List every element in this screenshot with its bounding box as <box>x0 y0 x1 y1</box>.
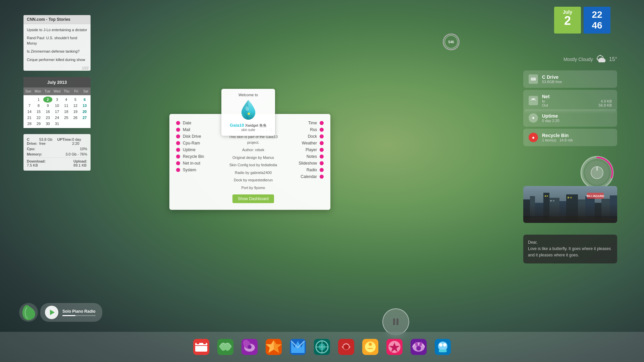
calendar-grid: 1 2 3 4 5 6 7 8 9 10 11 12 13 14 15 16 1… <box>23 95 91 128</box>
recycle-widget[interactable]: ● Recycle Bin 1 item(s) 14.8 mb <box>523 129 617 146</box>
svg-rect-11 <box>543 193 549 223</box>
gaia-menu-date[interactable]: Date <box>176 121 220 125</box>
taskbar-icon-1[interactable] <box>191 336 212 358</box>
news-header: CNN.com - Top Stories <box>23 15 91 24</box>
sysinfo-widget: C Drive: 53.8 Gb free UPTime: 0 day 2:20… <box>23 134 91 171</box>
music-player[interactable]: Solo Piano Radio <box>22 303 102 322</box>
gaia-right-notes[interactable]: Notes <box>307 154 324 159</box>
music-title: Solo Piano Radio <box>62 309 96 314</box>
gaia-right-player[interactable]: Player <box>306 147 324 152</box>
taskbar-icon-10[interactable] <box>408 336 429 358</box>
news-item-1[interactable]: Upside to J-Lo entertaining a dictator <box>25 26 89 34</box>
svg-point-58 <box>416 346 421 351</box>
gaia-menu-system[interactable]: System <box>176 168 220 172</box>
sysinfo-cpu-label: Cpu: <box>27 147 35 151</box>
sysinfo-mem-label: Memory: <box>27 152 42 156</box>
net-in-label: In <box>542 99 545 103</box>
svg-point-42 <box>248 345 252 349</box>
svg-rect-17 <box>595 203 601 223</box>
net-widget[interactable]: Net In 4.9 KB Out 56.8 KB <box>523 90 617 111</box>
date-widget[interactable]: July 2 22 46 <box>554 7 610 34</box>
welcome-card[interactable]: Welcome to Gaia10 Xwidget 鱼鱼 skin suite <box>221 89 275 136</box>
svg-rect-12 <box>549 198 559 223</box>
taskbar-icon-9[interactable] <box>384 336 405 358</box>
speed-circle: 546 <box>443 34 460 50</box>
gaia-menu-diskdrive[interactable]: Disk Drive <box>176 134 220 139</box>
taskbar-icon-6[interactable] <box>311 336 333 358</box>
gaia-menu-uptime[interactable]: Uptime <box>176 147 220 152</box>
news-item-4[interactable]: Cirque performer killed during show <box>25 56 89 64</box>
weather-widget: Mostly Cloudy 🌥 15° <box>564 54 617 65</box>
uptime-widget[interactable]: ✦ Uptime 0 day 2:20 <box>523 109 617 127</box>
sysinfo-cdrive-label: C Drive: <box>27 137 39 145</box>
gaia-menu-cpuram[interactable]: Cpu-Ram <box>176 141 220 145</box>
svg-rect-26 <box>523 216 617 223</box>
taskbar-icon-3[interactable] <box>239 336 260 358</box>
cdrive-widget[interactable]: C Drive 53.8GB free <box>523 70 617 88</box>
svg-point-62 <box>438 342 447 351</box>
gaia-right-radio[interactable]: Radio <box>307 168 324 172</box>
uptime-title: Uptime <box>542 113 612 119</box>
net-in-value: 4.9 KB <box>601 99 612 103</box>
news-item-2[interactable]: Rand Paul: U.S. shouldn't fund Morsy <box>25 34 89 48</box>
gaia-right-dock[interactable]: Dock <box>308 134 324 139</box>
date-box[interactable]: July 2 <box>554 7 581 34</box>
time-box[interactable]: 22 46 <box>584 7 610 34</box>
svg-point-51 <box>343 344 349 350</box>
welcome-suite: skin suite <box>225 128 271 132</box>
gaia-menu-recycle[interactable]: Recycle Bin <box>176 154 220 159</box>
news-widget[interactable]: CNN.com - Top Stories Upside to J-Lo ent… <box>23 15 91 71</box>
svg-rect-22 <box>568 197 569 198</box>
gaia-menu-mail[interactable]: Mail <box>176 127 220 132</box>
gaia-skin-config: Skin Config tool by fediafedia <box>229 162 277 168</box>
show-dashboard-button[interactable]: Show Dashboard <box>232 194 274 203</box>
svg-point-64 <box>443 343 446 347</box>
calendar-widget[interactable]: July 2013 Sun Mon Tue Wed Thu Fri Sat 1 … <box>23 77 91 128</box>
svg-point-54 <box>369 343 372 346</box>
svg-point-63 <box>439 343 442 347</box>
calendar-header: July 2013 <box>23 77 91 87</box>
gaia-menu-net[interactable]: Net in-out <box>176 161 220 166</box>
music-control-widget[interactable] <box>382 308 409 335</box>
svg-rect-21 <box>547 195 548 197</box>
sysinfo-ul-val: 89.1 KB <box>73 163 87 167</box>
pause-icon <box>393 318 398 325</box>
svg-point-27 <box>523 216 617 223</box>
taskbar-icon-11[interactable] <box>432 336 453 358</box>
taskbar-icon-2[interactable] <box>215 336 236 358</box>
gaia-right-rss[interactable]: Rss <box>310 127 324 132</box>
svg-rect-65 <box>439 350 447 352</box>
gaia-port: Port by 9yomo <box>241 185 265 191</box>
svg-rect-14 <box>566 194 578 223</box>
sysinfo-mem-val: 3.0 Gb - 76% <box>65 152 87 156</box>
gaia-right-calendar[interactable]: Calendar <box>301 174 324 179</box>
music-play-button[interactable] <box>45 306 58 319</box>
news-item-3[interactable]: Is Zimmerman defense tanking? <box>25 48 89 56</box>
gaia-right-time[interactable]: Time <box>308 121 324 125</box>
net-out-label: Out <box>542 103 548 107</box>
photo-widget: BILLBOARD <box>523 186 617 223</box>
speed-widget: 546 <box>443 34 460 50</box>
gaia-right-weather[interactable]: Weather <box>302 141 324 145</box>
taskbar-icon-4[interactable] <box>263 336 284 358</box>
svg-rect-23 <box>570 197 572 198</box>
note-text: Dear, Love is like a butterfly. It goes … <box>528 239 612 259</box>
calendar-day-labels: Sun Mon Tue Wed Thu Fri Sat <box>23 87 91 95</box>
time-hours: 22 <box>590 9 604 20</box>
taskbar-icon-7[interactable] <box>335 336 357 358</box>
taskbar <box>0 332 644 362</box>
taskbar-icon-5[interactable] <box>287 336 309 358</box>
taskbar-icon-8[interactable] <box>360 336 381 358</box>
svg-text:BILLBOARD: BILLBOARD <box>587 194 604 198</box>
svg-rect-25 <box>553 200 554 201</box>
svg-rect-9 <box>530 196 535 223</box>
svg-rect-16 <box>585 196 595 223</box>
gaia-right-slideshow[interactable]: Slideshow <box>299 161 324 166</box>
recycle-title: Recycle Bin <box>542 133 612 138</box>
gaia-left-menu: Date Mail Disk Drive Cpu-Ram Uptime Recy… <box>176 121 220 203</box>
speed-value: 546 <box>448 40 454 44</box>
gaia-dock-req: Dock by requestedlerun <box>234 177 273 183</box>
news-body: Upside to J-Lo entertaining a dictator R… <box>23 24 91 66</box>
sysinfo-cpu-val: 10% <box>80 147 87 151</box>
sysinfo-uptime-val: 0 day 2:20 <box>72 137 87 145</box>
